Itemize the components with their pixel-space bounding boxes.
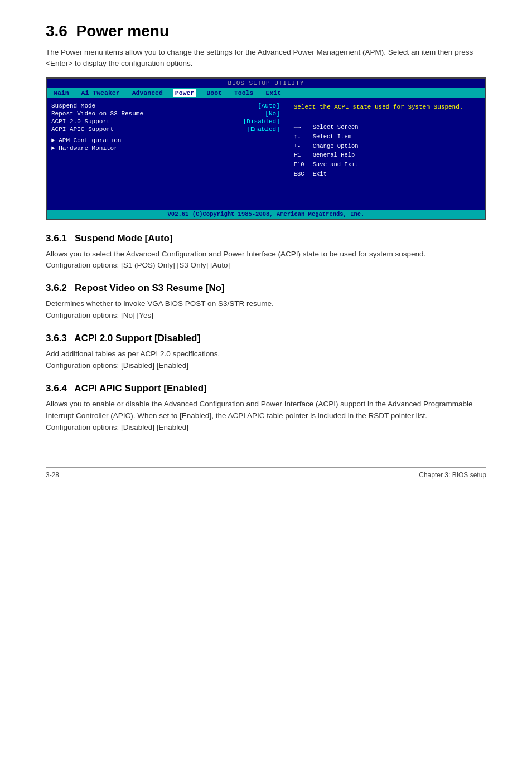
legend-esc: ESC Exit	[294, 169, 481, 179]
subsection-title-3-6-3: 3.6.3 ACPI 2.0 Support [Disabled]	[46, 333, 486, 344]
bios-body: Suspend Mode [Auto] Repost Video on S3 R…	[47, 98, 485, 210]
bios-title-bar: BIOS SETUP UTILITY	[47, 79, 485, 88]
bios-menu-power[interactable]: Power	[173, 89, 197, 97]
bios-screen: BIOS SETUP UTILITY Main Ai Tweaker Advan…	[46, 77, 486, 220]
legend-select-item: ↑↓ Select Item	[294, 132, 481, 142]
bios-setting-acpi-20[interactable]: ACPI 2.0 Support [Disabled]	[51, 118, 280, 125]
bios-menu-boot[interactable]: Boot	[204, 89, 224, 97]
page-title: 3.6 Power menu	[46, 22, 486, 40]
bios-menu-ai-tweaker[interactable]: Ai Tweaker	[79, 89, 122, 97]
bios-setting-suspend-mode[interactable]: Suspend Mode [Auto]	[51, 103, 280, 109]
bios-setting-repost-video[interactable]: Repost Video on S3 Resume [No]	[51, 110, 280, 117]
subsections-container: 3.6.1 Suspend Mode [Auto] Allows you to …	[46, 233, 486, 434]
bios-submenu-section: APM Configuration Hardware Monitor	[51, 137, 280, 152]
subsection-body-3-6-4: Allows you to enable or disable the Adva…	[46, 399, 486, 434]
bios-menu-exit[interactable]: Exit	[263, 89, 283, 97]
subsection-body-3-6-3: Add additional tables as per ACPI 2.0 sp…	[46, 348, 486, 372]
subsection-body-3-6-2: Determines whether to invoke VGA BIOS PO…	[46, 298, 486, 322]
bios-setting-acpi-apic[interactable]: ACPI APIC Support [Enabled]	[51, 126, 280, 133]
legend-f10: F10 Save and Exit	[294, 160, 481, 169]
legend-select-screen: ←→ Select Screen	[294, 123, 481, 132]
subsection-title-3-6-4: 3.6.4 ACPI APIC Support [Enabled]	[46, 383, 486, 394]
bios-help-text: Select the ACPI state used for System Su…	[294, 103, 481, 112]
page-footer: 3-28 Chapter 3: BIOS setup	[46, 467, 486, 479]
bios-menu-advanced[interactable]: Advanced	[130, 89, 165, 97]
intro-paragraph: The Power menu items allow you to change…	[46, 47, 486, 70]
bios-submenu-hw-monitor[interactable]: Hardware Monitor	[51, 145, 280, 152]
footer-chapter: Chapter 3: BIOS setup	[419, 471, 486, 479]
legend-f1: F1 General Help	[294, 151, 481, 160]
bios-menu-bar: Main Ai Tweaker Advanced Power Boot Tool…	[47, 88, 485, 98]
footer-page-number: 3-28	[46, 471, 59, 479]
subsection-body-3-6-1: Allows you to select the Advanced Config…	[46, 249, 486, 272]
bios-menu-tools[interactable]: Tools	[232, 89, 256, 97]
subsection-title-3-6-2: 3.6.2 Repost Video on S3 Resume [No]	[46, 283, 486, 294]
bios-footer: v02.61 (C)Copyright 1985-2008, American …	[47, 210, 485, 219]
bios-help-panel: Select the ACPI state used for System Su…	[286, 103, 481, 205]
subsection-title-3-6-1: 3.6.1 Suspend Mode [Auto]	[46, 233, 486, 244]
bios-legend: ←→ Select Screen ↑↓ Select Item +- Chang…	[294, 123, 481, 179]
bios-settings-panel: Suspend Mode [Auto] Repost Video on S3 R…	[51, 103, 286, 205]
page-content: 3.6 Power menu The Power menu items allo…	[46, 22, 486, 479]
bios-menu-main[interactable]: Main	[51, 89, 71, 97]
legend-change-option: +- Change Option	[294, 142, 481, 151]
bios-submenu-apm[interactable]: APM Configuration	[51, 137, 280, 144]
